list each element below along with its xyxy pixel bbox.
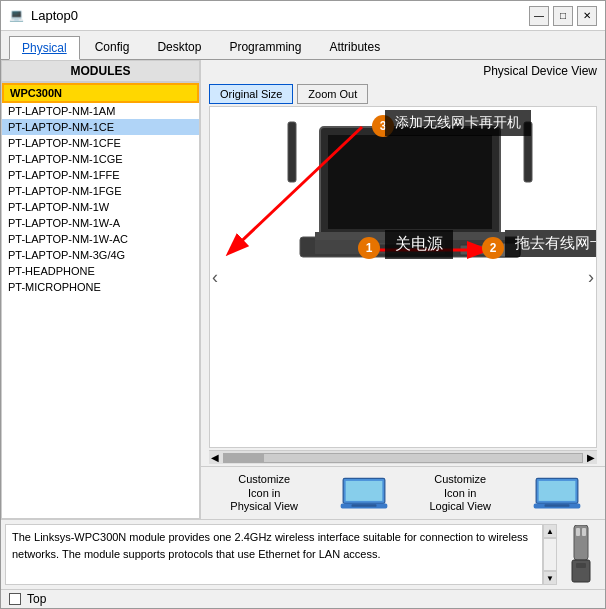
svg-rect-15 <box>351 504 376 507</box>
module-item-wpc300n[interactable]: WPC300N <box>2 83 199 103</box>
laptop-icon-logical <box>532 473 582 513</box>
module-item-nm-1w[interactable]: PT-LAPTOP-NM-1W <box>2 199 199 215</box>
top-checkbox[interactable] <box>9 593 21 605</box>
desc-scroll-down[interactable]: ▼ <box>543 571 557 585</box>
module-item-nm-1am[interactable]: PT-LAPTOP-NM-1AM <box>2 103 199 119</box>
module-item-nm-1fge[interactable]: PT-LAPTOP-NM-1FGE <box>2 183 199 199</box>
tab-programming[interactable]: Programming <box>216 35 314 59</box>
tab-attributes[interactable]: Attributes <box>316 35 393 59</box>
main-area: MODULES WPC300N PT-LAPTOP-NM-1AM PT-LAPT… <box>1 60 605 519</box>
tab-bar: Physical Config Desktop Programming Attr… <box>1 31 605 60</box>
module-item-microphone[interactable]: PT-MICROPHONE <box>2 279 199 295</box>
status-bar: Top <box>1 589 605 608</box>
svg-rect-17 <box>538 481 575 501</box>
scroll-track <box>223 453 583 463</box>
svg-rect-13 <box>345 481 382 501</box>
main-window: 💻 Laptop0 — □ ✕ Physical Config Desktop … <box>0 0 606 609</box>
usb-thumbnail <box>561 524 601 585</box>
annotation-text-drag: 拖去有线网卡 <box>505 230 597 257</box>
right-panel: Physical Device View Original Size Zoom … <box>201 60 605 519</box>
minimize-button[interactable]: — <box>529 6 549 26</box>
scroll-right-btn[interactable]: ▶ <box>585 452 597 463</box>
bottom-icon-bar: Customize Icon in Physical View Customiz… <box>201 466 605 519</box>
description-scrollbar: ▲ ▼ <box>543 524 557 585</box>
horizontal-scrollbar[interactable]: ◀ ▶ <box>209 450 597 464</box>
zoom-out-button[interactable]: Zoom Out <box>297 84 368 104</box>
scroll-left-arrow[interactable]: ‹ <box>212 267 218 288</box>
annotation-circle-2: 2 <box>482 237 504 259</box>
close-button[interactable]: ✕ <box>577 6 597 26</box>
module-item-nm-1wa[interactable]: PT-LAPTOP-NM-1W-A <box>2 215 199 231</box>
module-item-nm-1cge[interactable]: PT-LAPTOP-NM-1CGE <box>2 151 199 167</box>
device-view: ‹ › <box>209 106 597 448</box>
module-item-nm-3g4g[interactable]: PT-LAPTOP-NM-3G/4G <box>2 247 199 263</box>
title-bar-controls: — □ ✕ <box>529 6 597 26</box>
module-item-headphone[interactable]: PT-HEADPHONE <box>2 263 199 279</box>
physical-device-view-label: Physical Device View <box>201 60 605 82</box>
svg-rect-8 <box>288 122 296 182</box>
svg-rect-22 <box>582 528 586 536</box>
window-icon: 💻 <box>9 8 25 24</box>
scroll-thumb[interactable] <box>224 454 264 462</box>
original-size-button[interactable]: Original Size <box>209 84 293 104</box>
tab-desktop[interactable]: Desktop <box>144 35 214 59</box>
customize-physical-btn[interactable]: Customize Icon in Physical View <box>224 471 304 515</box>
description-area: The Linksys-WPC300N module provides one … <box>1 519 605 589</box>
desc-scroll-up[interactable]: ▲ <box>543 524 557 538</box>
laptop-device-image <box>260 117 560 307</box>
svg-rect-24 <box>576 563 586 568</box>
title-bar: 💻 Laptop0 — □ ✕ <box>1 1 605 31</box>
modules-header: MODULES <box>1 60 200 82</box>
maximize-button[interactable]: □ <box>553 6 573 26</box>
svg-rect-21 <box>576 528 580 536</box>
module-item-nm-1wac[interactable]: PT-LAPTOP-NM-1W-AC <box>2 231 199 247</box>
svg-rect-1 <box>328 135 492 229</box>
window-title: Laptop0 <box>31 8 529 23</box>
module-item-nm-1ce[interactable]: PT-LAPTOP-NM-1CE <box>2 119 199 135</box>
description-text: The Linksys-WPC300N module provides one … <box>5 524 543 585</box>
module-list[interactable]: WPC300N PT-LAPTOP-NM-1AM PT-LAPTOP-NM-1C… <box>1 82 200 519</box>
scroll-left-btn[interactable]: ◀ <box>209 452 221 463</box>
desc-scroll-track <box>543 538 557 571</box>
module-item-nm-1ffe[interactable]: PT-LAPTOP-NM-1FFE <box>2 167 199 183</box>
toolbar: Original Size Zoom Out <box>201 82 605 106</box>
top-label: Top <box>27 592 46 606</box>
laptop-icon-physical <box>339 473 389 513</box>
module-item-nm-1cfe[interactable]: PT-LAPTOP-NM-1CFE <box>2 135 199 151</box>
annotation-text-power: 关电源 <box>385 230 453 259</box>
usb-icon <box>566 525 596 585</box>
customize-logical-btn[interactable]: Customize Icon in Logical View <box>423 471 497 515</box>
scroll-right-arrow[interactable]: › <box>588 267 594 288</box>
tab-physical[interactable]: Physical <box>9 36 80 60</box>
annotation-text-add: 添加无线网卡再开机 <box>385 110 531 136</box>
svg-rect-19 <box>544 504 569 507</box>
left-panel: MODULES WPC300N PT-LAPTOP-NM-1AM PT-LAPT… <box>1 60 201 519</box>
tab-config[interactable]: Config <box>82 35 143 59</box>
annotation-circle-1: 1 <box>358 237 380 259</box>
